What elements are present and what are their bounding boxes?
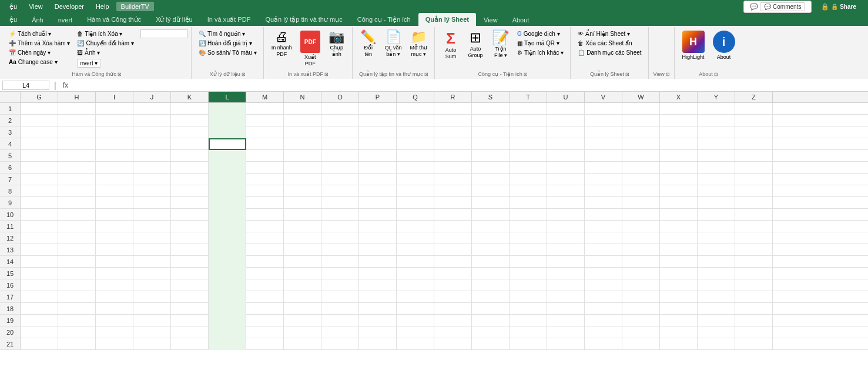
cell-S8[interactable] [472,185,510,197]
cell-Z14[interactable] [735,256,773,268]
cell-G21[interactable] [21,338,58,350]
row-number-11[interactable]: 11 [0,221,21,232]
cell-I7[interactable] [96,174,133,185]
cell-K21[interactable] [171,338,209,350]
cell-T20[interactable] [510,326,547,338]
cell-X12[interactable] [660,232,698,244]
cell-Y15[interactable] [698,268,735,279]
cell-N8[interactable] [284,185,321,197]
cell-N2[interactable] [284,115,321,126]
cell-T2[interactable] [510,115,547,126]
cell-O13[interactable] [321,244,359,256]
cell-T15[interactable] [510,268,547,279]
tab-ham-cong-thuc[interactable]: Hàm và Công thức [80,14,148,26]
col-header-L[interactable]: L [209,92,246,102]
cell-U12[interactable] [547,232,585,244]
cell-P3[interactable] [359,126,397,138]
col-header-V[interactable]: V [585,92,622,102]
cell-H1[interactable] [58,103,96,115]
cell-R14[interactable] [434,256,472,268]
row-number-8[interactable]: 8 [0,185,21,196]
cell-N13[interactable] [284,244,321,256]
row-number-13[interactable]: 13 [0,244,21,255]
cell-K16[interactable] [171,279,209,291]
cell-N6[interactable] [284,162,321,174]
cell-I5[interactable] [96,150,133,162]
cell-Z20[interactable] [735,326,773,338]
cell-Y20[interactable] [698,326,735,338]
row-number-12[interactable]: 12 [0,232,21,244]
cell-P6[interactable] [359,162,397,174]
cell-Z9[interactable] [735,197,773,209]
cell-V5[interactable] [585,150,622,162]
cell-O20[interactable] [321,326,359,338]
cell-U21[interactable] [547,338,585,350]
cell-T8[interactable] [510,185,547,197]
cell-Y6[interactable] [698,162,735,174]
col-header-I[interactable]: I [96,92,133,102]
btn-so-sanh[interactable]: 🎨 So sánh/ Tô màu ▾ [196,48,260,57]
cell-L12[interactable] [209,232,246,244]
cell-Q18[interactable] [397,303,434,315]
cell-V20[interactable] [585,326,622,338]
cell-M20[interactable] [246,326,284,338]
cell-K13[interactable] [171,244,209,256]
cell-W8[interactable] [622,185,660,197]
menu-buildertv[interactable]: BuilderTV [116,2,154,11]
cell-X21[interactable] [660,338,698,350]
cell-W9[interactable] [622,197,660,209]
cell-M12[interactable] [246,232,284,244]
cell-Q8[interactable] [397,185,434,197]
cell-O5[interactable] [321,150,359,162]
cell-H9[interactable] [58,197,96,209]
cell-Q4[interactable] [397,138,434,150]
cell-K20[interactable] [171,326,209,338]
cell-Q20[interactable] [397,326,434,338]
row-number-16[interactable]: 16 [0,279,21,291]
cell-U1[interactable] [547,103,585,115]
share-button[interactable]: 🔒 🔒 Share [814,2,863,12]
cell-V8[interactable] [585,185,622,197]
row-number-4[interactable]: 4 [0,138,21,149]
cell-U7[interactable] [547,174,585,185]
cell-J5[interactable] [133,150,171,162]
cell-J12[interactable] [133,232,171,244]
cell-M3[interactable] [246,126,284,138]
col-header-Y[interactable]: Y [698,92,735,102]
cell-Q9[interactable] [397,197,434,209]
cell-P18[interactable] [359,303,397,315]
cell-S15[interactable] [472,268,510,279]
cell-V14[interactable] [585,256,622,268]
cell-M7[interactable] [246,174,284,185]
cell-J10[interactable] [133,209,171,221]
cell-Z18[interactable] [735,303,773,315]
btn-mo-thu-muc[interactable]: 📁 Mở thưmục ▾ [406,29,431,59]
cell-I9[interactable] [96,197,133,209]
cell-Q16[interactable] [397,279,434,291]
row-number-19[interactable]: 19 [0,315,21,326]
cell-H5[interactable] [58,150,96,162]
cell-V2[interactable] [585,115,622,126]
tab-lieu[interactable]: ệu [2,14,24,26]
cell-N7[interactable] [284,174,321,185]
cell-I6[interactable] [96,162,133,174]
cell-R4[interactable] [434,138,472,150]
cell-Q1[interactable] [397,103,434,115]
cell-Q13[interactable] [397,244,434,256]
cell-T18[interactable] [510,303,547,315]
btn-about[interactable]: i About [709,29,739,62]
cell-W5[interactable] [622,150,660,162]
row-number-9[interactable]: 9 [0,197,21,208]
cell-L17[interactable] [209,291,246,303]
btn-tim-o-nguon[interactable]: 🔍 Tìm ô nguồn ▾ [196,29,260,38]
tab-about[interactable]: About [505,14,537,26]
cell-W4[interactable] [622,138,660,150]
cell-J14[interactable] [133,256,171,268]
col-header-Q[interactable]: Q [397,92,434,102]
cell-S19[interactable] [472,315,510,326]
cell-T6[interactable] [510,162,547,174]
cell-X2[interactable] [660,115,698,126]
cell-S14[interactable] [472,256,510,268]
cell-W2[interactable] [622,115,660,126]
cell-O15[interactable] [321,268,359,279]
